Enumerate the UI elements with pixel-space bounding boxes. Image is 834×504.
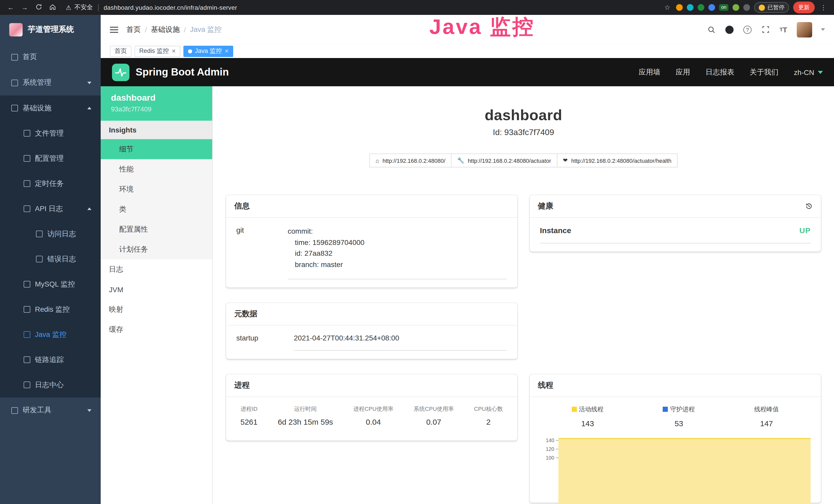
health-instance-row: Instance UP [540,226,811,244]
sba-nav-journal[interactable]: 日志报表 [706,68,734,77]
sba-nav-wallboard[interactable]: 应用墙 [639,68,660,77]
sidebar-item-file-management[interactable]: 文件管理 [0,121,101,146]
locale-selector[interactable]: zh-CN [794,68,823,76]
metric-label: CPU核心数 [474,405,503,413]
update-button[interactable]: 更新 [793,2,815,13]
sba-nav-about[interactable]: 关于我们 [750,68,778,77]
app-header: 首页 / 基础设施 / Java 监控 Java 监控 ? TT [101,15,834,44]
metric-value: 2 [474,417,503,426]
breadcrumb-home[interactable]: 首页 [126,25,141,34]
instance-sidebar: dashboard 93a3fc7f7409 Insights 细节 性能 环境… [101,86,213,504]
sidebar-item-scheduled-tasks[interactable]: 定时任务 [0,171,101,196]
service-url-link[interactable]: ⌂ http://192.168.0.2:48080/ [369,154,452,167]
app-logo-area[interactable]: 芋道管理系统 [0,15,101,44]
back-icon[interactable]: ← [6,4,16,11]
sidebar-item-label: 研发工具 [23,406,51,415]
info-line: time: 1596289704000 [288,237,507,248]
inst-item-jvm[interactable]: JVM [101,279,212,299]
forward-icon[interactable]: → [20,4,29,11]
card-title: 进程 [234,381,250,390]
inst-item-mappings[interactable]: 映射 [101,299,212,319]
link-label: http://192.168.0.2:48080/ [382,157,445,164]
history-icon[interactable] [805,202,813,210]
tab-java-monitor[interactable]: Java 监控 ✕ [184,45,234,57]
warning-icon: ⚠ [66,4,71,11]
info-line: branch: master [288,259,507,270]
help-icon[interactable]: ? [743,25,752,34]
mysql-icon [24,281,30,288]
threads-card: 线程 活动线程 143 [530,374,821,503]
tab-home[interactable]: 首页 [110,45,132,57]
legend-value: 53 [663,419,695,428]
inst-item-performance[interactable]: 性能 [101,159,212,179]
bookmark-star-icon[interactable]: ☆ [663,4,672,11]
avatar[interactable] [797,22,812,37]
metric-pid: 进程ID 5261 [240,405,258,426]
sidebar-item-error-logs[interactable]: 错误日志 [0,247,101,272]
page-title: dashboard [226,107,821,124]
browser-actions: ☆ on 已暂停 更新 ⋮ [663,2,828,13]
sidebar-item-java-monitor[interactable]: Java 监控 [0,322,101,347]
extension-icon-grid[interactable] [708,4,715,11]
inst-item-classes[interactable]: 类 [101,199,212,219]
sidebar-item-infrastructure[interactable]: 基础设施 [0,95,101,121]
extension-icon-teal[interactable] [687,4,694,11]
browser-home-icon[interactable] [48,4,57,11]
breadcrumb-current: Java 监控 [190,25,222,34]
inst-item-environment[interactable]: 环境 [101,179,212,199]
fold-sidebar-icon[interactable] [110,26,118,32]
close-icon[interactable]: ✕ [224,48,229,54]
health-url-link[interactable]: ❤ http://192.168.0.2:48080/actuator/heal… [556,154,678,167]
actuator-url-link[interactable]: 🔧 http://192.168.0.2:48080/actuator [451,154,557,167]
info-card: 信息 git commit: time: 1596289704000 id: 2… [226,195,517,288]
sidebar-item-config-management[interactable]: 配置管理 [0,146,101,171]
card-title: 信息 [234,201,250,211]
extensions-puzzle-icon[interactable] [743,4,750,11]
close-icon[interactable]: ✕ [172,48,176,54]
sidebar-item-access-logs[interactable]: 访问日志 [0,221,101,247]
extension-icon-green[interactable] [698,4,704,11]
sidebar-item-home[interactable]: 首页 [0,44,101,70]
sidebar-item-dev-tools[interactable]: 研发工具 [0,397,101,423]
inst-item-logs[interactable]: 日志 [101,259,212,279]
metadata-key: startup [236,334,294,351]
sba-brand[interactable]: Spring Boot Admin [112,63,229,81]
inst-item-scheduled-tasks[interactable]: 计划任务 [101,239,212,259]
extension-icon-orange[interactable] [676,4,683,11]
inst-item-caches[interactable]: 缓存 [101,319,212,339]
fullscreen-icon[interactable] [761,25,770,34]
breadcrumb-infrastructure[interactable]: 基础设施 [151,25,180,34]
inst-item-details[interactable]: 细节 [101,139,212,159]
inst-item-config-props[interactable]: 配置属性 [101,219,212,239]
browser-menu-icon[interactable]: ⋮ [819,4,828,11]
sidebar-item-mysql-monitor[interactable]: MySQL 监控 [0,272,101,297]
sidebar-item-link-tracing[interactable]: 链路追踪 [0,347,101,372]
font-size-icon[interactable]: TT [779,25,788,34]
sidebar-item-redis-monitor[interactable]: Redis 监控 [0,297,101,322]
sidebar-item-system[interactable]: 系统管理 [0,70,101,95]
instance-id: 93a3fc7f7409 [111,105,202,113]
tab-redis-monitor[interactable]: Redis 监控 ✕ [135,45,180,57]
sidebar-item-log-center[interactable]: 日志中心 [0,372,101,397]
sidebar-item-api-logs[interactable]: API 日志 [0,196,101,221]
metric-process-cpu: 进程CPU使用率 0.04 [353,405,393,426]
info-line: id: 27aa832 [288,248,507,259]
refresh-icon[interactable] [34,4,43,11]
search-icon[interactable] [707,25,716,34]
instance-header[interactable]: dashboard 93a3fc7f7409 [101,86,212,121]
caret-down-icon[interactable] [821,28,825,31]
github-icon[interactable] [725,25,734,34]
info-value: commit: time: 1596289704000 id: 27aa832 … [288,226,507,279]
extension-icon-leaf[interactable] [732,4,739,11]
y-tick: 140 [546,437,554,443]
legend-label: 线程峰值 [754,405,779,414]
paused-badge[interactable]: 已暂停 [754,2,789,13]
metric-label: 系统CPU使用率 [414,405,454,413]
extension-on-badge[interactable]: on [719,4,728,11]
security-label: 不安全 [74,3,93,12]
trace-icon [24,357,30,363]
address-bar[interactable]: ⚠ 不安全 dashboard.yudao.iocoder.cn/infra/a… [66,3,658,12]
metadata-card-header: 元数据 [226,303,517,325]
active-threads-area [558,438,811,504]
sba-nav-applications[interactable]: 应用 [676,68,690,77]
